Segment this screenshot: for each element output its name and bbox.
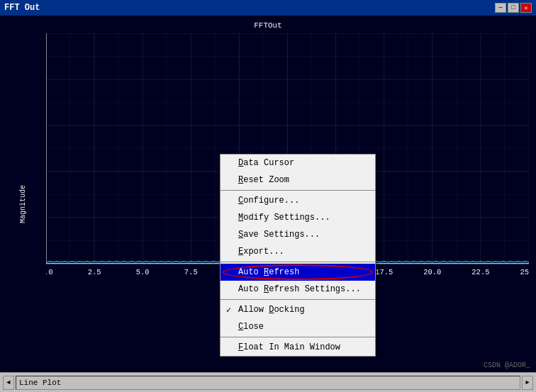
separator-2 <box>220 262 375 262</box>
menu-item-reset-zoom[interactable]: Reset Zoom <box>220 172 375 189</box>
menu-item-auto-refresh-settings[interactable]: Auto Refresh Settings... <box>220 281 375 298</box>
menu-item-auto-refresh-efresh: efresh <box>269 267 299 277</box>
svg-text:2.5: 2.5 <box>88 268 101 276</box>
svg-text:20.0: 20.0 <box>423 268 441 276</box>
title-bar: FFT Out ─ □ ✕ <box>0 0 536 16</box>
menu-item-configure-rest: onfigure... <box>243 196 299 206</box>
title-bar-buttons: ─ □ ✕ <box>495 3 532 13</box>
menu-item-allow-docking-ocking: ocking <box>274 305 304 315</box>
menu-item-save-settings[interactable]: Save Settings... <box>220 226 375 243</box>
watermark: CSDN @ADOR_ <box>484 362 530 369</box>
minimize-button[interactable]: ─ <box>495 3 506 13</box>
menu-item-allow-docking-label: Allow <box>238 305 269 315</box>
main-window: FFT Out ─ □ ✕ FFTOut Magnitude <box>0 0 536 392</box>
window-title: FFT Out <box>4 3 40 13</box>
scroll-left-button[interactable]: ◄ <box>3 376 14 390</box>
checkmark-icon: ✓ <box>226 305 231 315</box>
svg-text:5.0: 5.0 <box>136 268 150 276</box>
svg-text:7.5: 7.5 <box>184 268 198 276</box>
menu-item-float-main-rest: loat In Main Window <box>243 342 340 352</box>
menu-item-reset-zoom-rest: eset Zoom <box>243 175 289 185</box>
scroll-right-button[interactable]: ► <box>522 376 533 390</box>
context-menu: Data Cursor Reset Zoom Configure... Modi… <box>220 154 376 357</box>
menu-item-float-main[interactable]: Float In Main Window <box>220 339 375 356</box>
menu-item-save-settings-rest: ave Settings... <box>243 230 320 240</box>
menu-item-auto-refresh-settings-label: Auto <box>238 284 264 294</box>
menu-item-auto-refresh-label: Auto <box>238 267 264 277</box>
menu-item-auto-refresh[interactable]: Auto Refresh <box>220 264 375 281</box>
maximize-button[interactable]: □ <box>508 3 519 13</box>
menu-item-export[interactable]: Export... <box>220 243 375 260</box>
menu-item-data-cursor-rest: ata Cursor <box>243 158 294 168</box>
separator-4 <box>220 337 375 337</box>
menu-item-close[interactable]: Close <box>220 318 375 335</box>
svg-text:17.5: 17.5 <box>375 268 393 276</box>
menu-item-configure[interactable]: Configure... <box>220 192 375 209</box>
menu-item-data-cursor[interactable]: Data Cursor <box>220 155 375 172</box>
y-axis-label: Magnitude <box>19 184 27 223</box>
svg-text:25.0: 25.0 <box>520 268 529 276</box>
menu-item-modify-settings-rest: odify Settings... <box>243 213 330 223</box>
status-bar: ◄ Line Plot ► <box>0 372 536 392</box>
menu-item-close-rest: lose <box>243 322 264 332</box>
close-button[interactable]: ✕ <box>520 3 532 13</box>
chart-title: FFTOut <box>0 21 536 30</box>
content-area: FFTOut Magnitude <box>0 16 536 392</box>
menu-item-allow-docking[interactable]: ✓ Allow Docking <box>220 301 375 318</box>
menu-item-auto-refresh-settings-est: efresh Settings... <box>269 284 361 294</box>
svg-text:0.0: 0.0 <box>46 268 52 276</box>
separator-1 <box>220 190 375 191</box>
menu-item-modify-settings[interactable]: Modify Settings... <box>220 209 375 226</box>
separator-3 <box>220 299 375 300</box>
menu-item-export-rest: xport... <box>243 247 284 257</box>
svg-text:22.5: 22.5 <box>471 268 489 276</box>
status-text: Line Plot <box>16 376 520 390</box>
